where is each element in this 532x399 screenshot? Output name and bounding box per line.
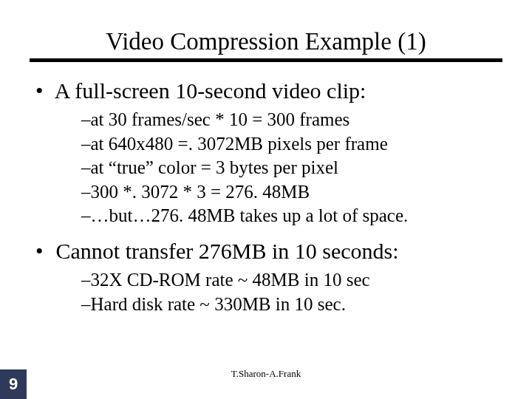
sub-bullet: at 30 frames/sec * 10 = 300 frames — [81, 108, 491, 132]
sub-bullet: …but…276. 48MB takes up a lot of space. — [81, 204, 491, 228]
bullet-text: Cannot transfer 276MB in 10 seconds: — [56, 239, 399, 263]
sub-bullet: Hard disk rate ~ 330MB in 10 sec. — [81, 293, 491, 317]
slide-title: Video Compression Example (1) — [106, 28, 426, 55]
sub-bullet: 32X CD-ROM rate ~ 48MB in 10 sec — [81, 268, 491, 293]
bullet-item: Cannot transfer 276MB in 10 seconds: — [53, 237, 491, 265]
slide-body: A full-screen 10-second video clip: at 3… — [0, 61, 532, 316]
sub-bullet-block: at 30 frames/sec * 10 = 300 frames at 64… — [81, 108, 491, 228]
sub-bullet: 300 *. 3072 * 3 = 276. 48MB — [81, 180, 491, 205]
page-number-badge: 9 — [0, 369, 27, 399]
page-number: 9 — [9, 375, 18, 394]
sub-bullet: at 640x480 =. 3072MB pixels per frame — [81, 132, 491, 157]
slide: Video Compression Example (1) A full-scr… — [0, 0, 532, 399]
sub-bullet-block: 32X CD-ROM rate ~ 48MB in 10 sec Hard di… — [81, 268, 491, 316]
bullet-text: A full-screen 10-second video clip: — [55, 78, 366, 103]
title-wrap: Video Compression Example (1) — [0, 0, 532, 55]
bullet-item: A full-screen 10-second video clip: — [53, 77, 491, 105]
sub-bullet: at “true” color = 3 bytes per pixel — [81, 156, 491, 180]
footer-author: T.Sharon-A.Frank — [0, 368, 532, 380]
